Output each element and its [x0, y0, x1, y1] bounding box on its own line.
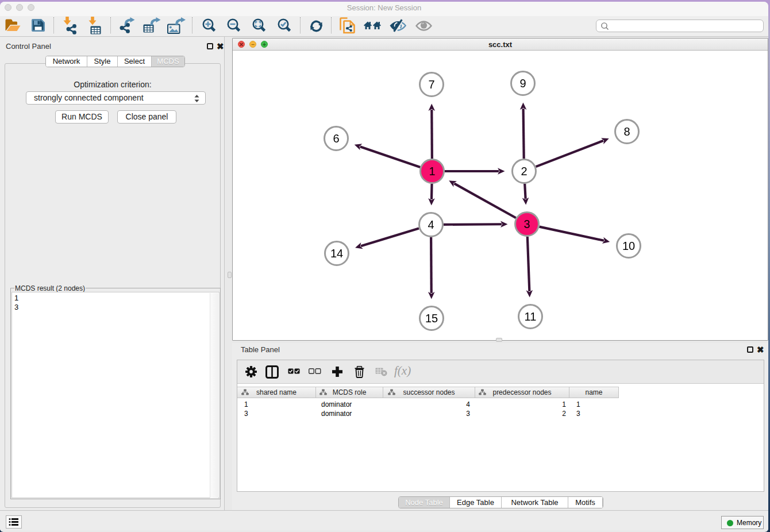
svg-text:14: 14 [330, 247, 343, 260]
svg-text:1: 1 [429, 165, 435, 178]
svg-text:4: 4 [428, 218, 434, 231]
svg-text:2: 2 [521, 165, 527, 178]
svg-text:6: 6 [333, 132, 339, 145]
svg-text:11: 11 [525, 310, 537, 323]
svg-text:15: 15 [425, 312, 438, 325]
svg-text:10: 10 [622, 240, 635, 252]
svg-text:8: 8 [623, 125, 630, 138]
svg-text:7: 7 [428, 78, 434, 91]
svg-text:3: 3 [523, 218, 530, 230]
svg-text:9: 9 [519, 77, 526, 90]
